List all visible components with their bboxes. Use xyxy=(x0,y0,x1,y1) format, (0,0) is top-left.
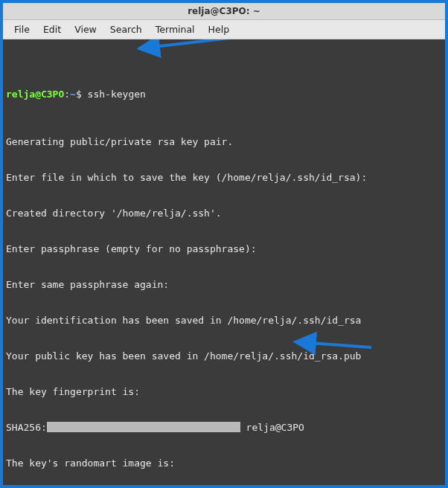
menu-view[interactable]: View xyxy=(68,22,103,36)
prompt-host: C3PO xyxy=(41,89,64,100)
sha-suffix: relja@C3PO xyxy=(240,422,304,433)
output-line: Created directory '/home/relja/.ssh'. xyxy=(6,208,442,219)
prompt-path: ~ xyxy=(70,89,76,100)
menu-terminal[interactable]: Terminal xyxy=(149,22,202,36)
fingerprint-line: SHA256: relja@C3PO xyxy=(6,422,442,434)
svg-line-2 xyxy=(154,39,230,47)
output-line: Your identification has been saved in /h… xyxy=(6,315,442,327)
annotation-arrow-1 xyxy=(148,39,237,57)
output-line: Enter same passphrase again: xyxy=(6,279,442,291)
window-title: relja@C3PO: ~ xyxy=(188,6,260,16)
window-titlebar[interactable]: relja@C3PO: ~ xyxy=(3,3,445,20)
menu-search[interactable]: Search xyxy=(103,22,149,36)
menu-file[interactable]: File xyxy=(7,22,36,36)
menu-help[interactable]: Help xyxy=(202,22,237,36)
output-line: The key fingerprint is: xyxy=(6,386,442,398)
menubar: File Edit View Search Terminal Help xyxy=(3,20,445,39)
command-1: ssh-keygen xyxy=(88,89,146,100)
prompt-dollar: $ xyxy=(76,89,82,100)
output-line: The key's randomart image is: xyxy=(6,458,442,469)
output-line: Your public key has been saved in /home/… xyxy=(6,350,442,362)
sha-prefix: SHA256: xyxy=(6,422,47,433)
terminal-area[interactable]: relja@C3PO:~$ ssh-keygen Generating publ… xyxy=(3,39,445,485)
prompt-colon: : xyxy=(64,89,70,100)
prompt-user: relja xyxy=(6,89,35,100)
output-line: Generating public/private rsa key pair. xyxy=(6,136,442,148)
prompt-line-1: relja@C3PO:~$ ssh-keygen xyxy=(6,89,442,100)
redacted-fingerprint xyxy=(47,422,240,432)
terminal-window: relja@C3PO: ~ File Edit View Search Term… xyxy=(3,3,445,485)
output-line: Enter passphrase (empty for no passphras… xyxy=(6,243,442,255)
prompt-at: @ xyxy=(35,89,41,100)
menu-edit[interactable]: Edit xyxy=(36,22,68,36)
svg-line-3 xyxy=(310,343,371,347)
output-line: Enter file in which to save the key (/ho… xyxy=(6,172,442,184)
